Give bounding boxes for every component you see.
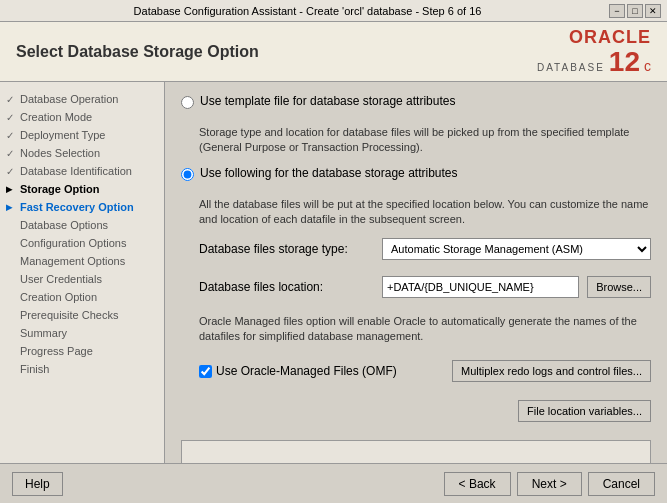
file-location-row: File location variables... bbox=[181, 400, 651, 422]
text-area-section bbox=[181, 440, 651, 463]
sidebar-label-10: Management Options bbox=[20, 255, 125, 267]
nav-buttons: < Back Next > Cancel bbox=[444, 472, 655, 496]
sidebar-label-16: Finish bbox=[20, 363, 49, 375]
radio-following[interactable] bbox=[181, 168, 194, 181]
omf-checkbox-label[interactable]: Use Oracle-Managed Files (OMF) bbox=[199, 364, 397, 378]
title-bar-text: Database Configuration Assistant - Creat… bbox=[6, 5, 609, 17]
radio-template[interactable] bbox=[181, 96, 194, 109]
file-location-button[interactable]: File location variables... bbox=[518, 400, 651, 422]
radio-template-option: Use template file for database storage a… bbox=[181, 94, 651, 109]
check-icon-4: ✓ bbox=[4, 147, 16, 159]
maximize-button[interactable]: □ bbox=[627, 4, 643, 18]
title-bar-buttons: − □ ✕ bbox=[609, 4, 661, 18]
check-icon-2: ✓ bbox=[4, 111, 16, 123]
location-label: Database files location: bbox=[199, 280, 374, 294]
oracle-database-label: DATABASE bbox=[537, 62, 605, 73]
oracle-logo: ORACLE DATABASE 12c bbox=[537, 27, 651, 76]
oracle-version: 12 bbox=[609, 48, 640, 76]
radio-template-desc: Storage type and location for database f… bbox=[199, 125, 651, 156]
location-row: Database files location: Browse... bbox=[199, 276, 651, 298]
radio-following-option: Use following for the database storage a… bbox=[181, 166, 651, 181]
sidebar-label-3: Deployment Type bbox=[20, 129, 105, 141]
sidebar-label-8: Database Options bbox=[20, 219, 108, 231]
main-panel: Use template file for database storage a… bbox=[165, 82, 667, 463]
check-icon-5: ✓ bbox=[4, 165, 16, 177]
sidebar-label-15: Progress Page bbox=[20, 345, 93, 357]
page-title: Select Database Storage Option bbox=[16, 43, 259, 61]
sidebar-label-1: Database Operation bbox=[20, 93, 118, 105]
radio-template-label[interactable]: Use template file for database storage a… bbox=[200, 94, 455, 108]
sidebar-label-6: Storage Option bbox=[20, 183, 99, 195]
main-window: Select Database Storage Option ORACLE DA… bbox=[0, 22, 667, 503]
browse-button[interactable]: Browse... bbox=[587, 276, 651, 298]
sidebar-item-database-identification[interactable]: ✓ Database Identification bbox=[0, 162, 164, 180]
content-area: ✓ Database Operation ✓ Creation Mode ✓ D… bbox=[0, 82, 667, 463]
cancel-button[interactable]: Cancel bbox=[588, 472, 655, 496]
sidebar-item-progress-page[interactable]: Progress Page bbox=[0, 342, 164, 360]
sidebar-item-prerequisite-checks[interactable]: Prerequisite Checks bbox=[0, 306, 164, 324]
sidebar-label-7: Fast Recovery Option bbox=[20, 201, 134, 213]
next-button[interactable]: Next > bbox=[517, 472, 582, 496]
storage-type-label: Database files storage type: bbox=[199, 242, 374, 256]
help-button[interactable]: Help bbox=[12, 472, 63, 496]
multiplex-button[interactable]: Multiplex redo logs and control files... bbox=[452, 360, 651, 382]
sidebar-item-deployment-type[interactable]: ✓ Deployment Type bbox=[0, 126, 164, 144]
sidebar-item-configuration-options[interactable]: Configuration Options bbox=[0, 234, 164, 252]
sidebar-label-2: Creation Mode bbox=[20, 111, 92, 123]
sidebar-label-11: User Credentials bbox=[20, 273, 102, 285]
sidebar-label-9: Configuration Options bbox=[20, 237, 126, 249]
close-button[interactable]: ✕ bbox=[645, 4, 661, 18]
sidebar-label-13: Prerequisite Checks bbox=[20, 309, 118, 321]
omf-row: Use Oracle-Managed Files (OMF) Multiplex… bbox=[199, 360, 651, 382]
omf-description: Oracle Managed files option will enable … bbox=[199, 314, 651, 345]
omf-checkbox[interactable] bbox=[199, 365, 212, 378]
radio-following-label[interactable]: Use following for the database storage a… bbox=[200, 166, 457, 180]
sidebar-item-nodes-selection[interactable]: ✓ Nodes Selection bbox=[0, 144, 164, 162]
header: Select Database Storage Option ORACLE DA… bbox=[0, 22, 667, 82]
sidebar-label-4: Nodes Selection bbox=[20, 147, 100, 159]
oracle-brand: ORACLE bbox=[569, 27, 651, 48]
back-button[interactable]: < Back bbox=[444, 472, 511, 496]
sidebar-item-management-options[interactable]: Management Options bbox=[0, 252, 164, 270]
sidebar-item-database-options[interactable]: Database Options bbox=[0, 216, 164, 234]
sidebar-item-finish[interactable]: Finish bbox=[0, 360, 164, 378]
oracle-c: c bbox=[644, 58, 651, 74]
sidebar-item-creation-mode[interactable]: ✓ Creation Mode bbox=[0, 108, 164, 126]
sidebar-item-summary[interactable]: Summary bbox=[0, 324, 164, 342]
check-icon-1: ✓ bbox=[4, 93, 16, 105]
minimize-button[interactable]: − bbox=[609, 4, 625, 18]
bottom-bar: Help < Back Next > Cancel bbox=[0, 463, 667, 503]
check-icon-3: ✓ bbox=[4, 129, 16, 141]
sidebar-label-12: Creation Option bbox=[20, 291, 97, 303]
sidebar-item-fast-recovery[interactable]: Fast Recovery Option bbox=[0, 198, 164, 216]
title-bar: Database Configuration Assistant - Creat… bbox=[0, 0, 667, 22]
sidebar-label-14: Summary bbox=[20, 327, 67, 339]
storage-type-row: Database files storage type: Automatic S… bbox=[199, 238, 651, 260]
sidebar-label-5: Database Identification bbox=[20, 165, 132, 177]
omf-label: Use Oracle-Managed Files (OMF) bbox=[216, 364, 397, 378]
location-input[interactable] bbox=[382, 276, 579, 298]
sidebar-item-creation-option[interactable]: Creation Option bbox=[0, 288, 164, 306]
sidebar-item-database-operation[interactable]: ✓ Database Operation bbox=[0, 90, 164, 108]
sidebar-item-storage-option[interactable]: Storage Option bbox=[0, 180, 164, 198]
storage-type-select[interactable]: Automatic Storage Management (ASM) bbox=[382, 238, 651, 260]
sidebar: ✓ Database Operation ✓ Creation Mode ✓ D… bbox=[0, 82, 165, 463]
radio-following-desc: All the database files will be put at th… bbox=[199, 197, 651, 228]
sidebar-item-user-credentials[interactable]: User Credentials bbox=[0, 270, 164, 288]
